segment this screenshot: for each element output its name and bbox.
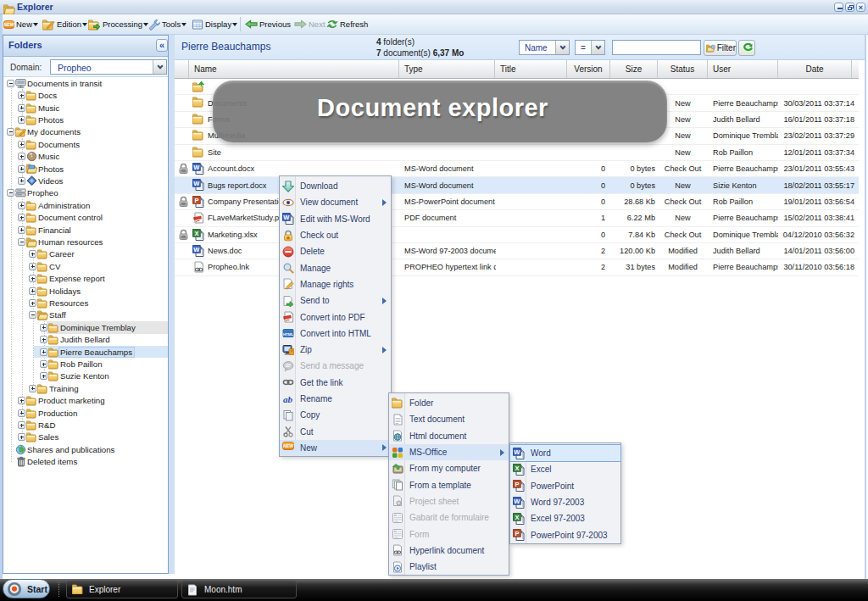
svg-text:P: P [515,481,519,488]
svg-text:ab: ab [283,394,293,404]
svg-text:W: W [283,214,290,221]
svg-text:NEW: NEW [3,22,14,27]
svg-text:W: W [193,246,200,253]
svg-text:X: X [515,514,519,521]
svg-text:NEW: NEW [283,444,294,449]
svg-text:W: W [514,497,520,504]
svg-text:HTML: HTML [283,332,294,337]
svg-text:P: P [194,197,198,204]
svg-text:X: X [194,229,198,237]
svg-text:X: X [515,465,519,472]
svg-text:W: W [514,448,520,456]
svg-text:W: W [193,164,200,171]
svg-text:P: P [515,530,519,537]
svg-text:W: W [193,180,200,187]
